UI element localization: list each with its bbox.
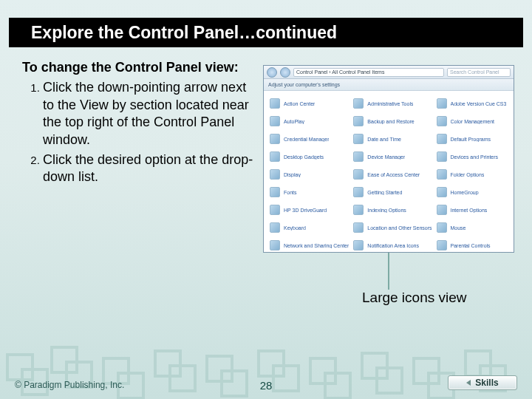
list-item: Ease of Access Center [353, 166, 432, 183]
item-label: Keyboard [284, 225, 306, 231]
item-label: Mouse [451, 225, 466, 231]
item-label: Network and Sharing Center [284, 243, 349, 248]
callout-label: Large icons view [362, 290, 467, 306]
app-icon [270, 134, 280, 144]
skills-label: Skills [475, 378, 498, 388]
app-icon [437, 222, 447, 233]
breadcrumb: Control Panel › All Control Panel Items [293, 68, 444, 77]
control-panel-screenshot: Control Panel › All Control Panel Items … [263, 65, 514, 253]
app-icon [437, 116, 447, 126]
copyright: © Paradigm Publishing, Inc. [15, 380, 124, 390]
list-item: Mouse [437, 219, 508, 236]
instruction-step-1: Click the down-pointing arrow next to th… [43, 79, 259, 149]
app-icon [437, 187, 447, 197]
instruction-block: To change the Control Panel view: Click … [22, 59, 259, 189]
app-icon [270, 98, 280, 109]
list-item: Desktop Gadgets [270, 149, 349, 165]
app-icon [437, 240, 447, 250]
item-label: Action Center [284, 101, 315, 106]
item-label: Fonts [284, 190, 297, 195]
app-icon [270, 240, 280, 250]
item-label: Display [284, 172, 301, 177]
item-label: Devices and Printers [451, 154, 499, 160]
list-item: Getting Started [353, 184, 432, 200]
item-label: Ease of Access Center [367, 172, 420, 177]
item-label: Notification Area Icons [367, 243, 419, 248]
item-label: Color Management [451, 119, 495, 124]
list-item: Action Center [270, 95, 349, 112]
app-icon [353, 187, 364, 197]
svg-rect-18 [466, 351, 491, 376]
search-input: Search Control Panel [447, 68, 511, 77]
list-item: Device Manager [353, 149, 432, 165]
app-icon [437, 169, 447, 180]
app-icon [353, 169, 364, 180]
svg-rect-16 [414, 358, 439, 383]
list-item: Parental Controls [437, 237, 508, 252]
item-label: Indexing Options [367, 208, 406, 213]
svg-rect-15 [377, 368, 402, 393]
forward-icon [280, 67, 290, 78]
app-icon [437, 98, 447, 109]
item-label: Credential Manager [284, 137, 329, 142]
svg-rect-0 [7, 355, 33, 380]
window-chrome: Control Panel › All Control Panel Items … [264, 66, 514, 79]
back-icon [267, 67, 277, 78]
item-label: Desktop Gadgets [284, 154, 324, 160]
svg-rect-2 [52, 347, 77, 372]
svg-rect-6 [155, 351, 180, 376]
app-icon [270, 205, 280, 215]
list-item: Backup and Restore [353, 113, 432, 129]
list-item: Keyboard [270, 219, 349, 236]
svg-rect-12 [310, 358, 335, 383]
item-label: Administrative Tools [367, 101, 413, 106]
skills-button[interactable]: Skills [448, 375, 517, 390]
list-item: Devices and Printers [437, 149, 508, 165]
callout-connector [388, 253, 389, 290]
list-item: Location and Other Sensors [353, 219, 432, 236]
item-label: AutoPlay [284, 119, 304, 124]
app-icon [270, 187, 280, 197]
app-icon [270, 151, 280, 162]
list-item: Network and Sharing Center [270, 237, 349, 252]
instruction-lead: To change the Control Panel view: [22, 59, 259, 76]
item-label: Backup and Restore [367, 119, 414, 124]
list-item: HP 3D DriveGuard [270, 202, 349, 218]
app-icon [437, 134, 447, 144]
list-item: Folder Options [437, 166, 508, 183]
app-icon [353, 98, 364, 109]
back-triangle-icon [466, 380, 471, 386]
app-icon [353, 151, 364, 162]
page-number: 28 [260, 379, 273, 392]
list-item: AutoPlay [270, 113, 349, 129]
list-item: Color Management [437, 113, 508, 129]
item-label: Internet Options [451, 208, 488, 213]
item-label: Getting Started [367, 190, 402, 195]
item-label: Device Manager [367, 154, 405, 160]
svg-rect-7 [170, 366, 195, 391]
list-item: Adobe Version Cue CS3 [437, 95, 508, 112]
app-icon [353, 116, 364, 126]
item-label: Default Programs [451, 137, 491, 142]
list-item: Date and Time [353, 131, 432, 147]
control-panel-grid: Action CenterAdministrative ToolsAdobe V… [264, 91, 514, 252]
svg-rect-8 [207, 356, 232, 381]
instruction-step-2: Click the desired option at the drop-dow… [43, 151, 259, 186]
app-icon [353, 240, 364, 250]
toolbar: Adjust your computer's settings [264, 79, 514, 91]
item-label: HomeGroup [451, 190, 479, 195]
app-icon [437, 151, 447, 162]
app-icon [353, 205, 364, 215]
svg-rect-14 [362, 353, 387, 378]
app-icon [353, 222, 364, 233]
item-label: HP 3D DriveGuard [284, 208, 327, 213]
app-icon [270, 116, 280, 126]
app-icon [270, 169, 280, 180]
svg-rect-10 [259, 351, 284, 376]
item-label: Date and Time [367, 137, 401, 142]
list-item: Display [270, 166, 349, 183]
list-item: Indexing Options [353, 202, 432, 218]
svg-rect-11 [273, 366, 299, 391]
list-item: Default Programs [437, 131, 508, 147]
item-label: Location and Other Sensors [367, 225, 432, 231]
